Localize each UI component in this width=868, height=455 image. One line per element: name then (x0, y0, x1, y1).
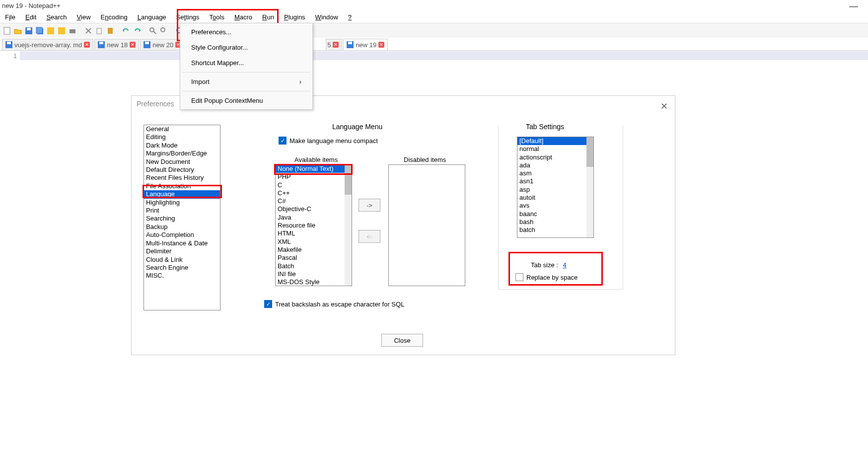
category-item[interactable]: Delimiter (144, 247, 220, 255)
menu-plugins[interactable]: Plugins (279, 12, 310, 22)
minimize-button[interactable]: — (849, 1, 858, 11)
scrollbar[interactable] (586, 137, 593, 237)
tab-new20[interactable]: new 20 ✕ (140, 39, 185, 50)
checkbox-sql-escape[interactable]: ✓ Treat backslash as escape character fo… (264, 300, 404, 308)
scrollbar-thumb[interactable] (586, 137, 593, 167)
disabled-list[interactable] (388, 164, 465, 286)
menu-view[interactable]: View (72, 12, 96, 22)
tab-lang-item[interactable]: asm (517, 169, 593, 177)
tab-lang-item[interactable]: batch (517, 226, 593, 234)
tab-language-list[interactable]: [Default]normalactionscriptadaasmasn1asp… (517, 137, 594, 238)
category-item[interactable]: Highlighting (144, 199, 220, 207)
tab-close-icon[interactable]: ✕ (378, 42, 384, 48)
available-list[interactable]: None (Normal Text)PHPCC++C#Objective-CJa… (275, 164, 352, 286)
category-item[interactable]: New Document (144, 158, 220, 166)
category-item[interactable]: Language (144, 190, 220, 198)
menu-help[interactable]: ? (343, 12, 357, 22)
tab-lang-item[interactable]: bash (517, 218, 593, 226)
menu-window[interactable]: Window (310, 12, 343, 22)
dialog-close-button[interactable]: ✕ (660, 101, 668, 112)
tab-lang-item[interactable]: actionscript (517, 153, 593, 161)
close-icon[interactable] (46, 26, 56, 36)
tab-close-icon[interactable]: ✕ (84, 42, 90, 48)
menu-edit-popup[interactable]: Edit Popup ContextMenu (180, 93, 312, 108)
menu-encoding[interactable]: Encoding (96, 12, 133, 22)
category-item[interactable]: Backup (144, 223, 220, 231)
available-item[interactable]: Pascal (276, 254, 352, 262)
available-item[interactable]: Resource file (276, 222, 352, 229)
menu-file[interactable]: File (0, 12, 20, 22)
available-item[interactable]: Makefile (276, 246, 352, 254)
category-item[interactable]: Search Engine (144, 264, 220, 272)
copy-icon[interactable] (94, 26, 104, 36)
tab-lang-item[interactable]: baanc (517, 210, 593, 218)
category-item[interactable]: Dark Mode (144, 142, 220, 150)
tab-lang-item[interactable]: ada (517, 161, 593, 169)
editor-current-line[interactable] (20, 51, 868, 60)
category-item[interactable]: Editing (144, 133, 220, 141)
category-item[interactable]: Cloud & Link (144, 256, 220, 264)
category-item[interactable]: Default Directory (144, 166, 220, 174)
menu-macro[interactable]: Macro (229, 12, 257, 22)
available-item[interactable]: PHP (276, 173, 352, 181)
print-icon[interactable] (68, 26, 77, 36)
available-item[interactable]: None (Normal Text) (276, 165, 352, 173)
category-item[interactable]: Recent Files History (144, 174, 220, 182)
tab-close-icon[interactable]: ✕ (130, 42, 136, 48)
tab-size-value[interactable]: 4 (563, 261, 567, 269)
available-item[interactable]: Objective-C (276, 205, 352, 213)
menu-settings[interactable]: Settings (171, 12, 205, 22)
tab-lang-item[interactable]: autoit (517, 194, 593, 202)
tab-lang-item[interactable]: [Default] (517, 137, 593, 145)
tab-close-icon[interactable]: ✕ (333, 42, 339, 48)
available-item[interactable]: C (276, 181, 352, 189)
tab-vuejs[interactable]: vuejs-remove-array. md ✕ (2, 39, 93, 50)
close-button[interactable]: Close (381, 334, 423, 347)
save-all-icon[interactable] (35, 26, 45, 36)
menu-import[interactable]: Import› (180, 74, 312, 89)
tab-new18[interactable]: new 18 ✕ (94, 39, 139, 50)
menu-preferences[interactable]: Preferences... (180, 24, 312, 40)
cut-icon[interactable] (83, 26, 93, 36)
tab-lang-item[interactable]: avs (517, 202, 593, 210)
menu-tools[interactable]: Tools (205, 12, 229, 22)
menu-shortcut-mapper[interactable]: Shortcut Mapper... (180, 55, 312, 71)
checkbox-replace-space[interactable]: Replace by space (515, 273, 578, 281)
available-item[interactable]: C++ (276, 189, 352, 197)
scrollbar-thumb[interactable] (345, 165, 352, 195)
menu-style-configurator[interactable]: Style Configurator... (180, 40, 312, 55)
category-item[interactable]: General (144, 125, 220, 133)
redo-icon[interactable] (132, 26, 142, 36)
find-icon[interactable] (148, 26, 158, 36)
close-all-icon[interactable] (57, 26, 67, 36)
available-item[interactable]: MS-DOS Style (276, 278, 352, 286)
category-item[interactable]: Margins/Border/Edge (144, 150, 220, 157)
checkbox-compact[interactable]: ✓ Make language menu compact (279, 137, 378, 145)
category-item[interactable]: Multi-Instance & Date (144, 239, 220, 247)
tab-lang-item[interactable]: asp (517, 186, 593, 194)
available-item[interactable]: C# (276, 197, 352, 205)
tab-partial[interactable]: 5 ✕ (326, 39, 342, 50)
save-icon[interactable] (24, 26, 34, 36)
tab-lang-item[interactable]: asn1 (517, 177, 593, 185)
paste-icon[interactable] (105, 26, 115, 36)
available-item[interactable]: INI file (276, 270, 352, 278)
tab-lang-item[interactable]: normal (517, 145, 593, 153)
undo-icon[interactable] (121, 26, 131, 36)
new-file-icon[interactable] (2, 26, 12, 36)
menu-edit[interactable]: Edit (20, 12, 41, 22)
category-item[interactable]: Print (144, 207, 220, 215)
menu-search[interactable]: Search (41, 12, 72, 22)
available-item[interactable]: HTML (276, 229, 352, 237)
category-item[interactable]: MISC. (144, 272, 220, 280)
replace-icon[interactable] (159, 26, 169, 36)
move-left-button[interactable]: <- (359, 230, 380, 243)
move-right-button[interactable]: -> (359, 199, 380, 212)
menu-language[interactable]: Language (133, 12, 171, 22)
available-item[interactable]: XML (276, 238, 352, 246)
tab-new19[interactable]: new 19 ✕ (343, 39, 388, 50)
category-item[interactable]: Auto-Completion (144, 231, 220, 239)
available-item[interactable]: Java (276, 214, 352, 222)
category-item[interactable]: Searching (144, 215, 220, 223)
open-icon[interactable] (13, 26, 23, 36)
